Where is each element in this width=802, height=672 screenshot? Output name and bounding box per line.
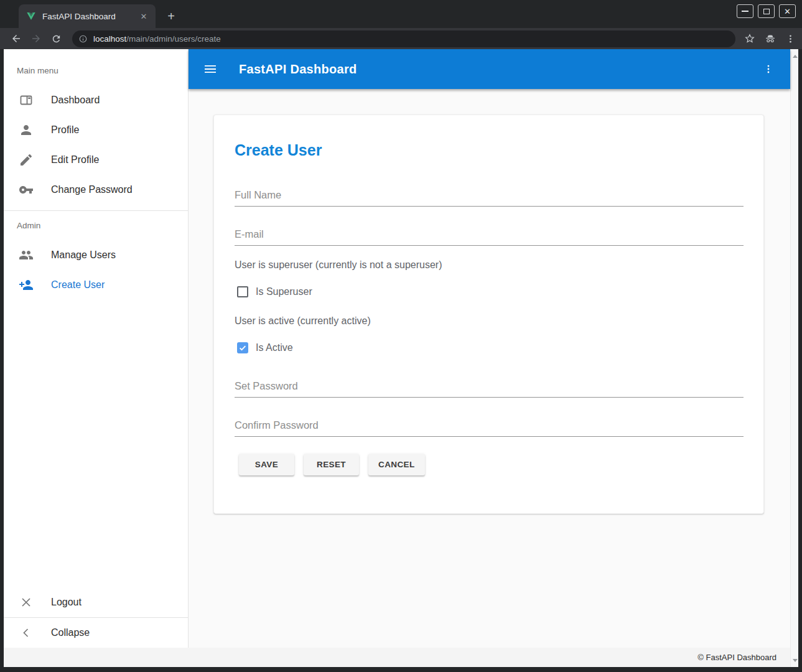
confirm-password-input[interactable] <box>235 419 744 437</box>
content-area: Create User User is superuser (currently… <box>189 89 790 648</box>
is-active-label: Is Active <box>256 342 293 353</box>
full-name-field-wrapper <box>235 189 744 207</box>
page-body: Main menu Dashboard Profile Edit Profile <box>4 49 790 648</box>
maximize-icon <box>763 9 770 14</box>
sidebar-item-label: Create User <box>51 279 105 291</box>
page-footer: © FastAPI Dashboard <box>4 648 798 667</box>
triangle-up-icon <box>793 55 798 58</box>
browser-toolbar: localhost/main/admin/users/create <box>0 28 802 49</box>
sidebar-item-label: Profile <box>51 124 79 136</box>
person-add-icon <box>19 278 34 292</box>
sidebar-item-collapse[interactable]: Collapse <box>4 618 188 648</box>
sidebar-section-admin: Admin <box>4 221 188 230</box>
browser-menu-icon[interactable] <box>785 34 796 44</box>
appbar-title: FastAPI Dashboard <box>239 62 357 77</box>
maximize-button[interactable] <box>758 4 775 18</box>
back-icon <box>11 33 22 44</box>
is-superuser-label: Is Superuser <box>256 286 312 297</box>
sidebar-item-change-password[interactable]: Change Password <box>4 175 188 205</box>
sidebar-gap <box>4 75 188 85</box>
sidebar-spacer <box>4 300 188 587</box>
close-window-button[interactable]: ✕ <box>779 4 796 18</box>
browser-tab[interactable]: FastAPI Dashboard ✕ <box>19 4 156 28</box>
sidebar-item-label: Collapse <box>51 627 90 638</box>
copyright-text: © FastAPI Dashboard <box>697 653 776 662</box>
appbar-menu-icon[interactable] <box>760 61 776 77</box>
sidebar: Main menu Dashboard Profile Edit Profile <box>4 49 189 648</box>
url-bar[interactable]: localhost/main/admin/users/create <box>72 30 735 47</box>
page: Main menu Dashboard Profile Edit Profile <box>4 49 798 667</box>
url-text: localhost/main/admin/users/create <box>93 34 221 44</box>
full-name-input[interactable] <box>235 189 744 207</box>
person-icon <box>19 123 34 138</box>
forward-button[interactable] <box>27 30 45 47</box>
reload-icon <box>51 34 62 44</box>
save-button[interactable]: SAVE <box>239 454 294 475</box>
sidebar-item-create-user[interactable]: Create User <box>4 270 188 300</box>
close-x-icon <box>19 595 34 610</box>
page-title: Create User <box>235 115 744 159</box>
scrollbar-up-arrow[interactable] <box>791 52 798 60</box>
superuser-checkbox-row: Is Superuser <box>237 284 744 299</box>
email-input[interactable] <box>235 228 744 246</box>
url-path: /main/admin/users/create <box>126 34 221 44</box>
tab-close-icon[interactable]: ✕ <box>138 11 149 22</box>
key-icon <box>19 182 34 197</box>
confirm-password-field-wrapper <box>235 419 744 437</box>
window-controls: ✕ <box>737 4 796 18</box>
new-tab-button[interactable]: + <box>163 8 179 24</box>
main-area: FastAPI Dashboard Create User User is su… <box>189 49 790 648</box>
hamburger-menu-icon[interactable] <box>202 61 218 77</box>
close-window-icon: ✕ <box>784 7 791 16</box>
incognito-icon[interactable] <box>764 32 776 45</box>
sidebar-item-profile[interactable]: Profile <box>4 115 188 145</box>
page-scrollbar[interactable] <box>790 49 798 667</box>
sidebar-item-label: Change Password <box>51 184 133 195</box>
active-checkbox-row: Is Active <box>237 340 744 355</box>
forward-icon <box>30 33 42 44</box>
bookmark-star-icon[interactable] <box>744 33 755 44</box>
minimize-button[interactable] <box>737 4 753 18</box>
sidebar-section-main-menu: Main menu <box>4 66 188 75</box>
triangle-down-icon <box>793 659 798 662</box>
group-icon <box>19 248 34 263</box>
site-info-icon[interactable] <box>78 34 88 44</box>
sidebar-item-label: Edit Profile <box>51 154 99 166</box>
checkmark-icon <box>238 343 247 352</box>
is-superuser-checkbox[interactable] <box>237 286 248 297</box>
sidebar-divider <box>4 210 188 211</box>
sidebar-item-label: Logout <box>51 597 82 608</box>
toolbar-right <box>744 32 796 45</box>
is-active-checkbox[interactable] <box>237 342 248 353</box>
vue-logo-icon <box>26 11 36 21</box>
sidebar-item-manage-users[interactable]: Manage Users <box>4 240 188 270</box>
sidebar-gap <box>4 230 188 240</box>
set-password-input[interactable] <box>235 380 744 398</box>
sidebar-item-edit-profile[interactable]: Edit Profile <box>4 145 188 175</box>
reload-button[interactable] <box>47 30 65 47</box>
set-password-field-wrapper <box>235 380 744 398</box>
active-hint: User is active (currently active) <box>235 315 744 327</box>
cancel-button[interactable]: CANCEL <box>368 454 425 475</box>
superuser-hint: User is superuser (currently is not a su… <box>235 259 744 271</box>
email-field-wrapper <box>235 228 744 246</box>
sidebar-item-logout[interactable]: Logout <box>4 587 188 617</box>
appbar: FastAPI Dashboard <box>189 49 790 89</box>
form-buttons: SAVE RESET CANCEL <box>239 454 744 475</box>
url-host: localhost <box>93 34 126 44</box>
browser-tabstrip: FastAPI Dashboard ✕ + ✕ <box>0 0 802 28</box>
sidebar-item-label: Manage Users <box>51 250 116 261</box>
pencil-icon <box>19 152 34 167</box>
create-user-card: Create User User is superuser (currently… <box>213 114 764 514</box>
chevron-left-icon <box>19 625 34 640</box>
dashboard-icon <box>19 93 34 108</box>
back-button[interactable] <box>7 30 25 47</box>
minimize-icon <box>742 11 748 12</box>
scrollbar-down-arrow[interactable] <box>791 656 798 665</box>
sidebar-item-dashboard[interactable]: Dashboard <box>4 85 188 115</box>
sidebar-item-label: Dashboard <box>51 95 100 106</box>
reset-button[interactable]: RESET <box>304 454 359 475</box>
tab-title: FastAPI Dashboard <box>42 12 138 21</box>
